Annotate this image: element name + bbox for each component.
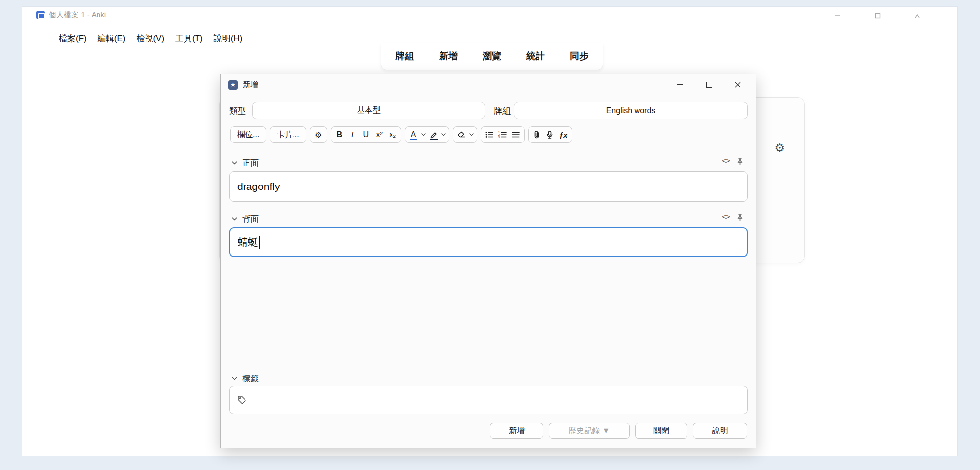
- html-editor-icon[interactable]: <>: [722, 213, 730, 222]
- bold-button[interactable]: B: [333, 128, 346, 141]
- close-button[interactable]: [906, 10, 929, 22]
- deck-selector[interactable]: English words: [514, 102, 748, 119]
- tab-decks[interactable]: 牌組: [395, 50, 414, 63]
- back-field-input[interactable]: 蜻蜓: [229, 227, 748, 257]
- editor-toolbar: 欄位... 卡片... ⚙ B I U x² x₂ A: [230, 126, 572, 143]
- bullet-list-icon[interactable]: [483, 128, 496, 141]
- chevron-down-icon[interactable]: [232, 377, 237, 380]
- dialog-maximize-button[interactable]: [695, 74, 723, 95]
- text-color-swatch: [410, 139, 417, 140]
- cards-button[interactable]: 卡片...: [270, 126, 306, 143]
- microphone-icon[interactable]: [543, 128, 557, 141]
- front-field-text: dragonfly: [237, 181, 280, 192]
- text-cursor: [259, 236, 260, 249]
- remove-formatting-icon[interactable]: [455, 128, 468, 141]
- color-group: A: [405, 126, 449, 143]
- dialog-anki-icon: ★: [228, 80, 238, 90]
- gear-icon[interactable]: ⚙: [312, 128, 325, 141]
- list-group: 123: [481, 126, 525, 143]
- front-field-label: 正面: [242, 157, 259, 169]
- front-header-icons: <>: [722, 157, 743, 166]
- superscript-button[interactable]: x²: [373, 128, 386, 141]
- html-editor-icon[interactable]: <>: [722, 157, 730, 166]
- front-section-header: 正面: [232, 157, 259, 169]
- tag-icon: [237, 395, 246, 405]
- dialog-close-icon[interactable]: [724, 74, 752, 95]
- fields-button[interactable]: 欄位...: [230, 126, 266, 143]
- text-color-button[interactable]: A: [407, 128, 420, 141]
- highlight-dropdown-icon[interactable]: [441, 133, 447, 136]
- tab-sync[interactable]: 同步: [570, 50, 588, 63]
- tab-add[interactable]: 新增: [439, 50, 458, 63]
- deck-gear-icon[interactable]: ⚙: [774, 141, 784, 155]
- equations-button[interactable]: ƒx: [557, 128, 570, 141]
- numbered-list-icon[interactable]: 123: [496, 128, 509, 141]
- highlight-pen-icon[interactable]: [427, 128, 441, 141]
- dialog-minimize-button[interactable]: [666, 74, 693, 95]
- pin-icon[interactable]: [737, 158, 743, 165]
- front-field-input[interactable]: dragonfly: [229, 171, 748, 202]
- underline-button[interactable]: U: [359, 128, 373, 141]
- dialog-actions: 新增 歷史記錄 ▼ 關閉 說明: [490, 423, 747, 439]
- add-note-dialog: ★ 新增 類型 基本型 牌組 English words 欄位... 卡片...…: [220, 74, 756, 448]
- back-field-label: 背面: [242, 213, 259, 225]
- tab-stats[interactable]: 統計: [526, 50, 545, 63]
- subscript-button[interactable]: x₂: [386, 128, 399, 141]
- back-header-icons: <>: [722, 213, 743, 222]
- chevron-down-icon[interactable]: [232, 217, 237, 221]
- tags-section-header: 標籤: [232, 373, 259, 384]
- eraser-group: [453, 126, 477, 143]
- highlight-color-swatch: [430, 139, 438, 140]
- add-button[interactable]: 新增: [490, 423, 543, 439]
- window-title: 個人檔案 1 - Anki: [49, 10, 106, 20]
- indent-align-icon[interactable]: [509, 128, 523, 141]
- chevron-down-icon[interactable]: [232, 161, 237, 165]
- screen: 個人檔案 1 - Anki 檔案(F) 編輯(E) 檢視(V) 工具(T) 說明…: [0, 0, 980, 470]
- settings-group: ⚙: [310, 126, 327, 143]
- back-section-header: 背面: [232, 213, 259, 225]
- note-type-selector[interactable]: 基本型: [252, 102, 485, 119]
- text-color-dropdown-icon[interactable]: [420, 133, 427, 136]
- anki-app-icon: [36, 11, 45, 19]
- attachment-icon[interactable]: [530, 128, 543, 141]
- eraser-dropdown-icon[interactable]: [468, 133, 475, 136]
- history-button[interactable]: 歷史記錄 ▼: [549, 423, 630, 439]
- note-type-label: 類型: [229, 105, 246, 117]
- help-button[interactable]: 說明: [693, 423, 747, 439]
- tags-input[interactable]: [229, 386, 748, 414]
- back-field-text: 蜻蜓: [238, 235, 258, 249]
- minimize-button[interactable]: [827, 10, 849, 22]
- close-dialog-button[interactable]: 關閉: [635, 423, 687, 439]
- format-group: B I U x² x₂: [331, 126, 401, 143]
- tags-label: 標籤: [242, 373, 259, 384]
- pin-icon[interactable]: [737, 214, 743, 221]
- tab-browse[interactable]: 瀏覽: [483, 50, 501, 63]
- italic-button[interactable]: I: [346, 128, 359, 141]
- restore-button[interactable]: [866, 10, 889, 22]
- svg-text:3: 3: [498, 136, 500, 138]
- type-deck-row: 類型 基本型 牌組 English words: [221, 101, 756, 120]
- main-nav: 牌組 新增 瀏覽 統計 同步: [381, 43, 603, 70]
- dialog-title: 新增: [243, 80, 258, 90]
- main-titlebar: 個人檔案 1 - Anki: [22, 7, 957, 23]
- media-group: ƒx: [528, 126, 572, 143]
- deck-label: 牌組: [494, 105, 511, 117]
